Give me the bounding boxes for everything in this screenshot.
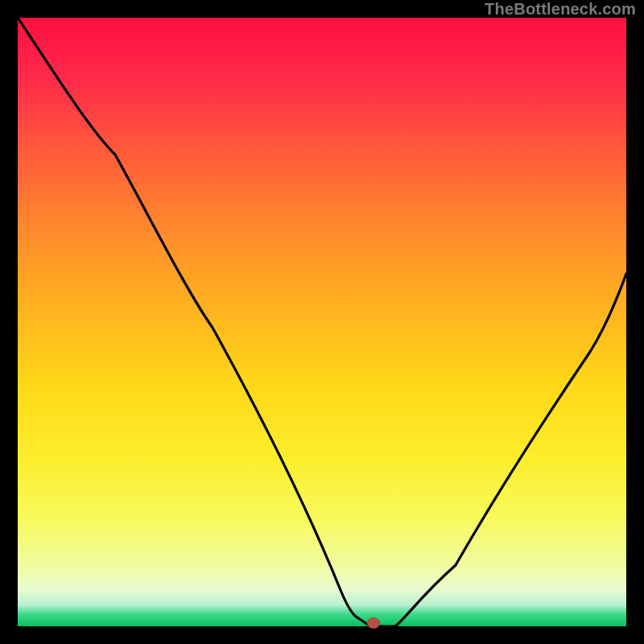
chart-svg <box>18 18 626 626</box>
optimal-point-marker <box>367 618 380 629</box>
chart-frame: TheBottleneck.com <box>0 0 644 644</box>
watermark-text: TheBottleneck.com <box>485 0 636 19</box>
bottleneck-curve <box>18 18 626 626</box>
